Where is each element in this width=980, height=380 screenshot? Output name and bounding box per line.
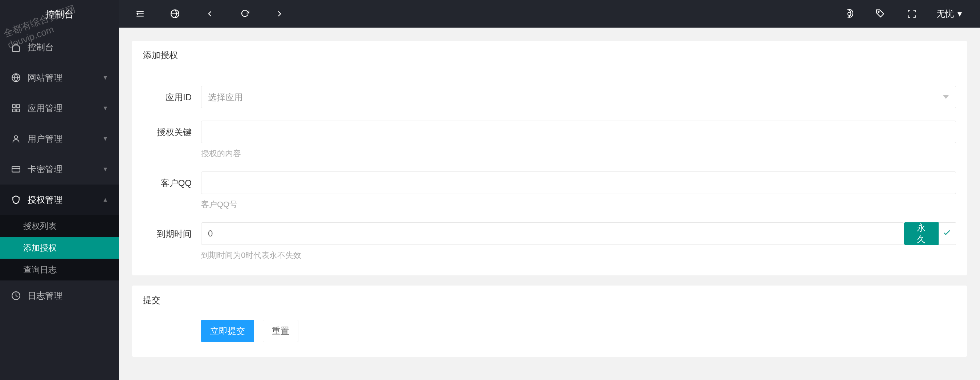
confirm-button[interactable] [939, 222, 956, 245]
main: 无忧 ▾ 添加授权 应用ID 选择应用 [119, 0, 980, 380]
globe-icon[interactable] [169, 7, 181, 20]
nav-label: 日志管理 [28, 290, 62, 302]
nav-logs[interactable]: 日志管理 [0, 281, 119, 311]
reset-button[interactable]: 重置 [263, 320, 298, 342]
sub-auth-list[interactable]: 授权列表 [0, 215, 119, 237]
nav-label: 卡密管理 [28, 163, 62, 175]
input-expires[interactable] [201, 222, 904, 245]
nav-cards[interactable]: 卡密管理 ▼ [0, 154, 119, 185]
nav-label: 网站管理 [28, 72, 62, 83]
nav-users[interactable]: 用户管理 ▼ [0, 123, 119, 154]
submit-card: 提交 立即提交 重置 [132, 286, 967, 357]
label-expires: 到期时间 [143, 222, 201, 240]
chevron-down-icon: ▼ [102, 136, 108, 142]
fullscreen-icon[interactable] [905, 7, 918, 20]
chevron-up-icon: ▲ [102, 196, 108, 203]
menu-collapse-icon[interactable] [134, 7, 146, 20]
svg-rect-3 [12, 109, 15, 112]
nav-dashboard[interactable]: 控制台 [0, 32, 119, 62]
caret-down-icon: ▾ [958, 9, 962, 19]
chevron-down-icon: ▼ [102, 75, 108, 81]
nav-site[interactable]: 网站管理 ▼ [0, 62, 119, 93]
chevron-down-icon: ▼ [102, 105, 108, 112]
svg-rect-6 [12, 166, 20, 172]
check-icon [942, 228, 952, 239]
svg-point-5 [14, 136, 18, 139]
topbar: 无忧 ▾ [119, 0, 980, 28]
label-authkey: 授权关键 [143, 121, 201, 138]
nav-apps[interactable]: 应用管理 ▼ [0, 93, 119, 123]
tag-icon[interactable] [874, 7, 887, 20]
svg-rect-4 [17, 109, 20, 112]
shield-icon [11, 195, 21, 204]
nav-label: 用户管理 [28, 133, 62, 145]
clock-icon [11, 291, 21, 300]
hint-authkey: 授权的内容 [201, 148, 956, 159]
sidebar: 控制台 控制台 网站管理 ▼ 应用管理 ▼ 用户管理 ▼ [0, 0, 119, 380]
input-authkey[interactable] [201, 121, 956, 143]
form-card: 添加授权 应用ID 选择应用 授权关键 [132, 41, 967, 275]
grid-icon [11, 104, 21, 113]
nav-label: 控制台 [28, 42, 54, 53]
home-icon [11, 43, 21, 52]
submit-title: 提交 [132, 286, 967, 315]
sidebar-nav: 控制台 网站管理 ▼ 应用管理 ▼ 用户管理 ▼ 卡密管理 ▼ [0, 29, 119, 380]
card-icon [11, 164, 21, 174]
card-title: 添加授权 [132, 41, 967, 70]
label-appid: 应用ID [143, 86, 201, 103]
label-qq: 客户QQ [143, 171, 201, 189]
user-name: 无忧 [937, 8, 954, 20]
forever-button[interactable]: 永久 [904, 222, 939, 245]
svg-rect-1 [12, 105, 15, 107]
chevron-down-icon: ▼ [102, 166, 108, 172]
content: 添加授权 应用ID 选择应用 授权关键 [119, 28, 980, 380]
nav-forward-icon[interactable] [273, 7, 286, 20]
submit-button[interactable]: 立即提交 [201, 320, 254, 342]
input-qq[interactable] [201, 171, 956, 194]
user-menu[interactable]: 无忧 ▾ [937, 8, 962, 20]
user-icon [11, 134, 21, 144]
nav-label: 授权管理 [28, 194, 62, 206]
hint-qq: 客户QQ号 [201, 199, 956, 210]
sub-auth-log[interactable]: 查询日志 [0, 259, 119, 281]
globe-icon [11, 73, 21, 83]
svg-point-10 [878, 11, 879, 12]
refresh-icon[interactable] [238, 7, 251, 20]
nav-label: 应用管理 [28, 102, 62, 114]
nav-auth[interactable]: 授权管理 ▲ [0, 185, 119, 215]
sub-auth-add[interactable]: 添加授权 [0, 237, 119, 259]
theme-icon[interactable] [843, 7, 856, 20]
nav-back-icon[interactable] [203, 7, 216, 20]
hint-expires: 到期时间为0时代表永不失效 [201, 250, 956, 261]
select-appid[interactable]: 选择应用 [201, 86, 956, 108]
sidebar-title: 控制台 [0, 0, 119, 29]
svg-rect-2 [17, 105, 20, 107]
